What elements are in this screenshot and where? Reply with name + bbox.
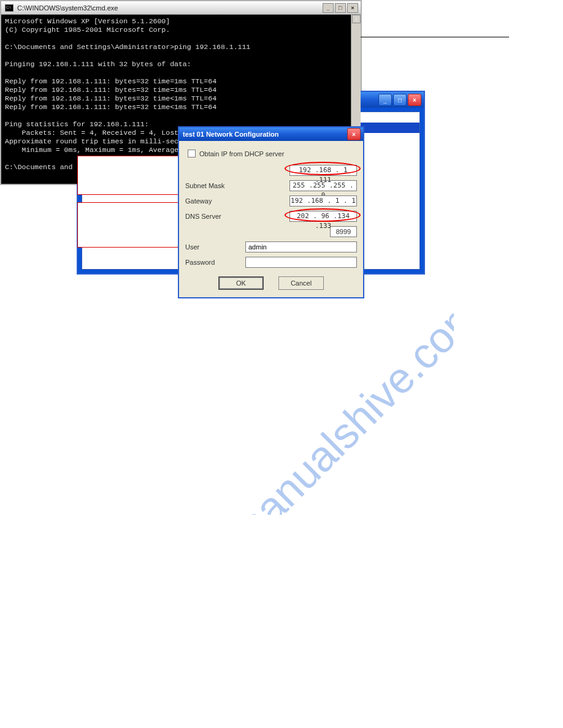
dns-input[interactable]: 202 . 96 .134 .133 <box>289 211 357 222</box>
cmd-minimize-button[interactable]: _ <box>323 3 334 13</box>
dhcp-label: Obtain IP from DHCP server <box>199 150 284 157</box>
dialog-titlebar[interactable]: test 01 Network Configuration × <box>179 127 363 141</box>
dialog-close-button[interactable]: × <box>347 128 361 140</box>
cmd-titlebar[interactable]: C:\WINDOWS\system32\cmd.exe _ □ × <box>1 1 361 15</box>
cmd-title: C:\WINDOWS\system32\cmd.exe <box>17 4 118 12</box>
annotation-box <box>77 202 180 248</box>
cmd-icon <box>5 4 13 12</box>
subnet-label: Subnet Mask <box>185 182 245 189</box>
gateway-label: Gateway <box>185 197 245 205</box>
svg-text:manualshive.com: manualshive.com <box>220 288 454 515</box>
gateway-input[interactable]: 192 .168 . 1 . 1 <box>289 195 357 207</box>
dns-label: DNS Server <box>185 213 245 220</box>
annotation-box <box>77 156 180 195</box>
dialog-body: Obtain IP from DHCP server 192 .168 . 1 … <box>179 141 363 297</box>
dhcp-checkbox[interactable] <box>188 150 196 157</box>
dialog-title: test 01 Network Configuration <box>183 131 278 138</box>
cancel-button[interactable]: Cancel <box>278 276 324 290</box>
minimize-button[interactable]: _ <box>378 94 392 106</box>
port-input[interactable]: 8999 <box>330 226 357 237</box>
cmd-maximize-button[interactable]: □ <box>335 3 346 13</box>
close-button[interactable]: × <box>408 94 421 106</box>
password-label: Password <box>185 259 245 266</box>
maximize-button[interactable]: □ <box>393 94 407 106</box>
cmd-close-button[interactable]: × <box>347 3 358 13</box>
password-input[interactable] <box>245 257 357 268</box>
ip-input[interactable]: 192 .168 . 1 .111 <box>289 165 357 176</box>
user-label: User <box>185 243 245 251</box>
scroll-up-button[interactable]: ▲ <box>352 15 361 23</box>
ok-button[interactable]: OK <box>218 276 264 290</box>
dhcp-checkbox-row[interactable]: Obtain IP from DHCP server <box>188 150 357 157</box>
user-input[interactable] <box>245 241 357 252</box>
network-config-dialog: test 01 Network Configuration × Obtain I… <box>178 126 364 298</box>
